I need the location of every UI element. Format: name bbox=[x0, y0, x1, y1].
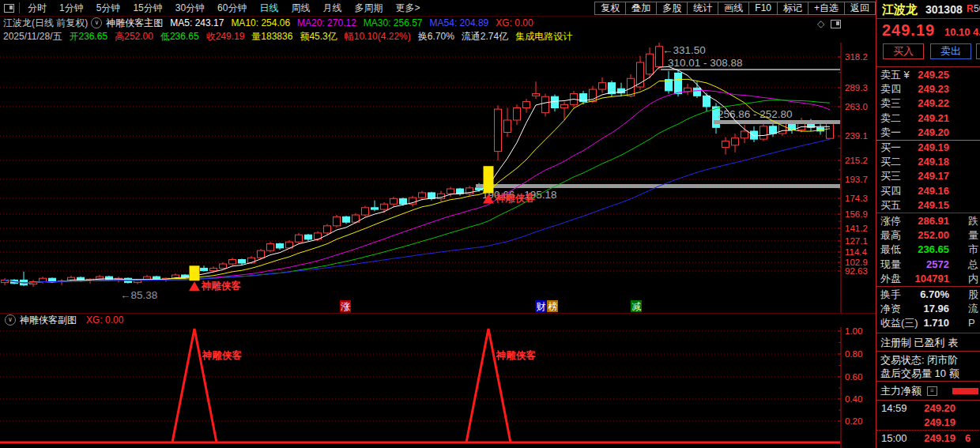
tick-time: 14:59 bbox=[881, 401, 907, 416]
svg-text:←331.50: ←331.50 bbox=[662, 44, 706, 56]
bid-price: 249.19 bbox=[908, 141, 949, 155]
stat-row-0: 换手6.70%股 bbox=[876, 288, 980, 302]
tick-price: 249.20 bbox=[918, 401, 956, 416]
panel-separator bbox=[876, 381, 980, 382]
main-grid: 318.2289.3263.0239.1215.2193.7174.3156.9… bbox=[0, 43, 868, 313]
stat-row-0: 涨停286.91跌 bbox=[876, 214, 980, 228]
period-tab-6[interactable]: 日线 bbox=[253, 2, 285, 15]
svg-text:减: 减 bbox=[632, 301, 642, 312]
toolbar-divider bbox=[19, 2, 20, 13]
window-icon[interactable] bbox=[4, 4, 14, 13]
tick-row-2: 15:00249.196 bbox=[876, 431, 980, 446]
toolbar-button-8[interactable]: 返回 bbox=[844, 2, 876, 15]
info-row-2: 2025/11/28/五开236.65高252.00低236.65收249.19… bbox=[3, 30, 579, 43]
toolbar-button-5[interactable]: F10 bbox=[748, 2, 778, 15]
period-tab-4[interactable]: 30分钟 bbox=[169, 2, 211, 15]
toolbar-button-4[interactable]: 画线 bbox=[718, 2, 749, 15]
toolbar-button-2[interactable]: 多股 bbox=[656, 2, 688, 15]
info-token: MA20: 270.12 bbox=[297, 17, 356, 28]
svg-text:1.00: 1.00 bbox=[845, 327, 862, 336]
ask-row-0[interactable]: 卖五 ¥249.25 bbox=[876, 68, 980, 82]
event-tags: 涨财榜减 bbox=[340, 300, 642, 312]
tick-volume-clipped: 6 bbox=[965, 431, 971, 446]
ask-price: 249.25 bbox=[908, 68, 949, 82]
period-tab-2[interactable]: 5分钟 bbox=[90, 2, 127, 15]
stat-value: 252.00 bbox=[905, 228, 949, 243]
panel-separator bbox=[876, 286, 980, 287]
svg-text:256.86 - 252.80: 256.86 - 252.80 bbox=[718, 108, 793, 120]
chart-corner-icons: ◇ bbox=[817, 18, 846, 29]
main-capital-flow-row[interactable]: 主力净额 ≡ bbox=[876, 382, 980, 399]
svg-text:神雕侠客: 神雕侠客 bbox=[495, 192, 536, 204]
stat-row-1: 净资17.96流 bbox=[876, 302, 980, 316]
toolbar-button-7[interactable]: +自选 bbox=[808, 2, 845, 15]
period-tab-1[interactable]: 1分钟 bbox=[53, 2, 90, 15]
ask-price: 249.20 bbox=[908, 126, 949, 140]
ask-row-4[interactable]: 卖一249.20 bbox=[876, 126, 980, 140]
ask-row-1[interactable]: 卖四249.23 bbox=[876, 82, 980, 96]
ask-price: 249.22 bbox=[908, 96, 949, 111]
period-tab-5[interactable]: 60分钟 bbox=[211, 2, 253, 15]
ask-row-3[interactable]: 卖二249.21 bbox=[876, 111, 980, 126]
maximize-icon[interactable] bbox=[831, 20, 841, 28]
period-tab-8[interactable]: 月线 bbox=[316, 2, 348, 15]
svg-text:141.2: 141.2 bbox=[845, 224, 868, 233]
sub-indicator-header: ∨ 神雕侠客副图 XG: 0.00 bbox=[3, 314, 123, 326]
bid-row-3[interactable]: 买四249.16 bbox=[876, 184, 980, 198]
bid-row-2[interactable]: 买三249.17 bbox=[876, 169, 980, 183]
stat-extra-clipped: 股 bbox=[968, 288, 978, 302]
topbar: 分时1分钟5分钟15分钟30分钟60分钟日线周线月线多周期更多> 复权叠加多股统… bbox=[0, 0, 876, 17]
main-candlestick-chart[interactable]: 318.2289.3263.0239.1215.2193.7174.3156.9… bbox=[0, 43, 876, 313]
buy-button[interactable]: 买入 bbox=[883, 43, 924, 59]
info-token: MA30: 256.57 bbox=[364, 17, 423, 28]
price-change: 10.10 bbox=[944, 26, 971, 38]
svg-text:0.20: 0.20 bbox=[845, 416, 862, 426]
bid-row-4[interactable]: 买五249.15 bbox=[876, 198, 980, 213]
svg-text:193.7: 193.7 bbox=[845, 175, 868, 184]
ask-label: 卖二 bbox=[880, 111, 901, 126]
svg-text:114.4: 114.4 bbox=[845, 247, 868, 257]
info-token: 开236.65 bbox=[70, 30, 108, 43]
toolbar-button-3[interactable]: 统计 bbox=[687, 2, 718, 15]
list-icon[interactable]: ≡ bbox=[927, 386, 937, 396]
indicator-collapse-icon[interactable]: ∨ bbox=[91, 17, 102, 28]
sub-indicator-collapse-icon[interactable]: ∨ bbox=[5, 314, 16, 326]
period-tab-7[interactable]: 周线 bbox=[285, 2, 316, 15]
quote-panel: 江波龙 301308 R 500 249.19 10.10 4. 买入 卖出 卖… bbox=[876, 0, 980, 448]
bid-row-1[interactable]: 买二249.18 bbox=[876, 155, 980, 169]
bid-row-0[interactable]: 买一249.19 bbox=[876, 141, 980, 155]
sub-indicator-chart[interactable]: 1.000.800.600.400.20神雕侠客神雕侠客 bbox=[0, 327, 876, 448]
sell-button[interactable]: 卖出 bbox=[930, 43, 971, 59]
period-tab-3[interactable]: 15分钟 bbox=[126, 2, 168, 15]
ask-row-2[interactable]: 卖三249.22 bbox=[876, 96, 980, 111]
ask-label: 卖三 bbox=[880, 96, 901, 111]
panel-separator bbox=[876, 351, 980, 352]
diamond-icon[interactable]: ◇ bbox=[817, 18, 824, 29]
svg-text:榜: 榜 bbox=[548, 301, 558, 312]
toolbar-button-0[interactable]: 复权 bbox=[594, 2, 626, 15]
main-indicator-name: 神雕侠客主图 bbox=[106, 17, 163, 30]
period-tab-9[interactable]: 多周期 bbox=[348, 2, 389, 15]
tdx-app: 分时1分钟5分钟15分钟30分钟60分钟日线周线月线多周期更多> 复权叠加多股统… bbox=[0, 0, 980, 448]
indicator-line: 神雕侠客神雕侠客 bbox=[0, 329, 840, 442]
margin-tag: R bbox=[967, 3, 974, 14]
svg-text:263.0: 263.0 bbox=[845, 102, 868, 111]
svg-text:174.3: 174.3 bbox=[845, 194, 868, 203]
tick-row-0: 14:59249.20 bbox=[876, 401, 980, 416]
toolbar-button-6[interactable]: 标记 bbox=[777, 2, 808, 15]
info-token: 集成电路设计 bbox=[515, 30, 572, 43]
period-tab-0[interactable]: 分时 bbox=[21, 2, 53, 15]
info-token: 额45.3亿 bbox=[300, 30, 337, 43]
ask-label: 卖五 ¥ bbox=[880, 68, 910, 82]
toolbar-button-1[interactable]: 叠加 bbox=[625, 2, 657, 15]
signal-markers: 神雕侠客神雕侠客 bbox=[189, 166, 536, 292]
stat-label: 外盘 bbox=[880, 272, 901, 286]
sub-grid: 1.000.800.600.400.20 bbox=[0, 327, 862, 448]
extra-button[interactable] bbox=[976, 43, 980, 59]
tick-list: 14:59249.20249.1915:00249.196 bbox=[876, 401, 980, 446]
price-change-percent: 4. bbox=[973, 26, 980, 38]
info2-tokens: 2025/11/28/五开236.65高252.00低236.65收249.19… bbox=[3, 30, 579, 43]
period-tab-10[interactable]: 更多> bbox=[389, 2, 426, 15]
svg-text:215.2: 215.2 bbox=[845, 156, 868, 165]
stats-block-2: 换手6.70%股净资17.96流收益(三)1.710P bbox=[876, 288, 980, 331]
